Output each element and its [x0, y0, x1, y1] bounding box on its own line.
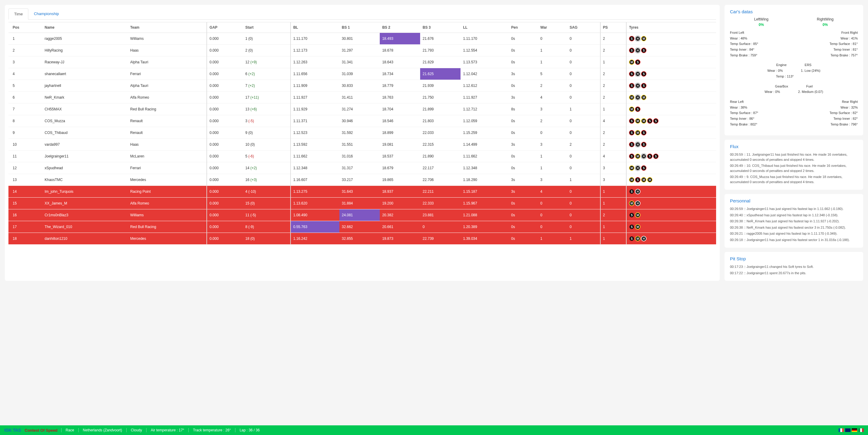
cell-ll: 1.11.662 — [461, 150, 509, 162]
table-row[interactable]: 16Cr1ms0nBlaz3Williams0.00011 (-5)1.08.4… — [8, 209, 716, 221]
cell-ps: 2 — [600, 68, 627, 80]
tyre-h-icon: H — [635, 48, 641, 53]
table-row[interactable]: 2HillyRacingHaas0.0002 (0)1.12.17331.297… — [8, 45, 716, 56]
table-row[interactable]: 14Im_john_TurquoisRacing Point0.0004 (-1… — [8, 186, 716, 198]
table-row[interactable]: 6NeR_KmarkAlfa Romeo0.00017 (+11)1.11.92… — [8, 92, 716, 104]
cell-gap: 0.000 — [207, 139, 243, 150]
cell-tyres: SMH — [626, 233, 716, 245]
table-row[interactable]: 12xSpudheadFerrari0.00014 (+2)1.12.34831… — [8, 162, 716, 174]
cell-ll: 1.21.088 — [461, 209, 509, 221]
cell-bl: 1.11.929 — [290, 104, 339, 115]
tyre-s-icon: S — [629, 48, 634, 53]
table-row[interactable]: 10varda997Haas0.00010 (0)1.13.59231.5511… — [8, 139, 716, 150]
cell-pen: 0s — [509, 115, 538, 127]
cell-name: varda997 — [42, 139, 128, 150]
table-row[interactable]: 5jayhartnellAlpha Tauri0.0007 (+2)1.11.9… — [8, 80, 716, 92]
cell-tyres: SHS — [626, 139, 716, 150]
cell-ll: 1.15.259 — [461, 127, 509, 139]
tyre-s-icon: S — [629, 36, 634, 41]
tyre-s-icon: S — [641, 71, 647, 77]
cell-bl: 1.13.275 — [290, 186, 339, 198]
cell-name: shanecallaert — [42, 68, 128, 80]
cell-tyres: MSMM — [626, 174, 716, 186]
cell-bs2: 18.937 — [380, 186, 420, 198]
personal-title: Personnal — [730, 198, 858, 203]
log-item: 00:17:22 :: Joelgrainger11 spent 20.677s… — [730, 270, 858, 276]
cell-ll: 1.12.712 — [461, 104, 509, 115]
table-row[interactable]: 15XX_James_MAlfa Romeo0.00015 (0)1.13.62… — [8, 198, 716, 209]
cell-name: jayhartnell — [42, 80, 128, 92]
cell-ll: 1.15.187 — [461, 186, 509, 198]
tab-championship[interactable]: Championship — [28, 8, 64, 19]
table-row[interactable]: 18danhilton1210Mercedes0.00018 (0)1.16.2… — [8, 233, 716, 245]
table-row[interactable]: 3Raceway-JJAlpha Tauri0.00012 (+9)1.12.2… — [8, 56, 716, 68]
table-row[interactable]: 8COS_MuzzaRenault0.0003 (-5)1.11.37130.9… — [8, 115, 716, 127]
table-row[interactable]: 7CH55MAXRed Bull Racing0.00013 (+6)1.11.… — [8, 104, 716, 115]
tyre-m-icon: M — [629, 177, 634, 182]
tyre-s-icon: S — [629, 130, 634, 136]
cell-war: 3 — [538, 174, 567, 186]
cell-bs2: 18.678 — [380, 45, 420, 56]
cell-pen: 0s — [509, 150, 538, 162]
cell-team: Red Bull Racing — [128, 104, 207, 115]
cell-team: McLaren — [128, 150, 207, 162]
tyre-m-icon: M — [635, 130, 641, 136]
rightwing-label: RightWing — [817, 17, 833, 22]
cell-sag: 0 — [567, 45, 600, 56]
col-team: Team — [128, 22, 207, 33]
cell-bs3: 23.881 — [420, 209, 461, 221]
tyre-s-icon: S — [629, 189, 634, 194]
cell-war: 1 — [538, 233, 567, 245]
table-row[interactable]: 9COS_ThibaudRenault0.0009 (0)1.12.52331.… — [8, 127, 716, 139]
tyre-h-icon: H — [635, 83, 641, 88]
col-ps: PS — [600, 22, 627, 33]
col-bl: BL — [290, 22, 339, 33]
cell-pos: 4 — [8, 68, 42, 80]
log-item: 00:26:40 :: xSpudhead has just signed hi… — [730, 213, 858, 218]
cell-sag: 0 — [567, 221, 600, 233]
tab-time[interactable]: Time — [8, 8, 28, 20]
cell-team: Racing Point — [128, 186, 207, 198]
cell-pen: 3s — [509, 68, 538, 80]
cell-war: 0 — [538, 209, 567, 221]
cell-team: Williams — [128, 33, 207, 45]
cell-start: 4 (-10) — [243, 186, 290, 198]
cell-bs3: 21.899 — [420, 104, 461, 115]
cell-ps: 1 — [600, 56, 627, 68]
cell-ll: 1.12.059 — [461, 115, 509, 127]
log-item: 00:17:23 :: Joelgrainger11 changed his S… — [730, 264, 858, 269]
table-row[interactable]: 11Joelgrainger11McLaren0.0005 (-6)1.11.6… — [8, 150, 716, 162]
cell-tyres: SHS — [626, 80, 716, 92]
cell-bs1: 33.217 — [339, 174, 380, 186]
cell-ll: 1.20.389 — [461, 221, 509, 233]
cell-bs2: 18.493 — [380, 33, 420, 45]
table-row[interactable]: 1ragge2005Williams0.0001 (0)1.11.17030.8… — [8, 33, 716, 45]
cell-bl: 1.11.371 — [290, 115, 339, 127]
cell-tyres: SMHSS — [626, 150, 716, 162]
cell-bs3: 21.829 — [420, 56, 461, 68]
table-row[interactable]: 17The_Wizard_010Red Bull Racing0.0008 (-… — [8, 221, 716, 233]
cell-bs1: 31.411 — [339, 92, 380, 104]
cell-bs3: 21.625 — [420, 68, 461, 80]
cell-bl: 1.12.263 — [290, 56, 339, 68]
cell-pen: 0s — [509, 127, 538, 139]
cell-bs3: 21.803 — [420, 115, 461, 127]
col-start: Start — [243, 22, 290, 33]
cell-start: 2 (0) — [243, 45, 290, 56]
cell-start: 1 (0) — [243, 33, 290, 45]
cell-bl: 1.08.490 — [290, 209, 339, 221]
tyre-m-icon: M — [629, 95, 634, 100]
tyre-h-icon: H — [635, 95, 641, 100]
tyre-m-icon: M — [647, 177, 652, 182]
cell-ps: 2 — [600, 92, 627, 104]
cell-tyres: MH — [626, 198, 716, 209]
cell-sag: 0 — [567, 150, 600, 162]
cell-ps: 2 — [600, 45, 627, 56]
tyre-h-icon: H — [635, 201, 641, 206]
col-pos: Pos — [8, 22, 42, 33]
table-row[interactable]: 13KhaosTMCMercedes0.00016 (+3)1.16.60733… — [8, 174, 716, 186]
cell-pen: 0s — [509, 233, 538, 245]
cell-pos: 3 — [8, 56, 42, 68]
table-row[interactable]: 4shanecallaertFerrari0.0006 (+2)1.11.656… — [8, 68, 716, 80]
cell-bs3: 21.939 — [420, 80, 461, 92]
